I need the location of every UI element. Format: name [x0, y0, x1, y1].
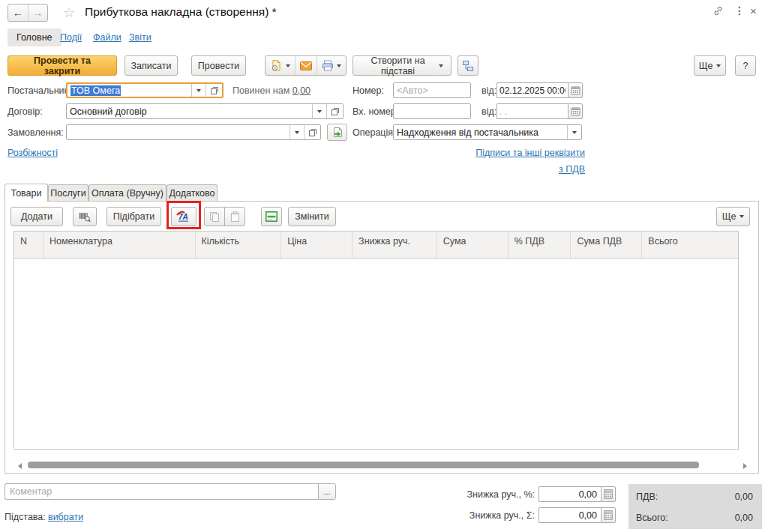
paste-row-button[interactable]	[224, 207, 245, 226]
operation-label: Операція:	[352, 127, 396, 138]
post-and-close-button[interactable]: Провести та закрити	[8, 55, 117, 76]
column-header-vat-sum[interactable]: Сума ПДВ	[571, 232, 642, 258]
order-dropdown-button[interactable]	[290, 125, 304, 139]
order-open-button[interactable]	[304, 125, 320, 139]
more-button[interactable]: Ще	[694, 55, 726, 76]
signatures-link[interactable]: Підписи та інші реквізити	[476, 148, 585, 158]
in-date-input[interactable]	[496, 103, 568, 119]
tab-payment[interactable]: Оплата (Вручну)	[88, 184, 166, 201]
open-in-list-icon	[331, 107, 340, 116]
attached-files-button[interactable]	[266, 56, 295, 75]
scroll-right-arrow[interactable]	[743, 463, 747, 469]
calculator-icon	[604, 510, 613, 520]
supplier-dropdown-button[interactable]	[191, 84, 206, 97]
discount-percent-group	[538, 486, 616, 502]
supplier-open-button[interactable]	[206, 84, 222, 97]
tab-goods[interactable]: Товари	[4, 184, 48, 202]
save-button[interactable]: Записати	[124, 55, 178, 76]
change-button[interactable]: Змінити	[288, 207, 336, 226]
favorite-star-icon[interactable]: ☆	[63, 4, 75, 21]
chevron-down-icon	[572, 131, 577, 134]
column-header-n[interactable]: N	[14, 232, 44, 258]
operation-value: Надходження від постачальника	[394, 125, 567, 139]
get-link-icon[interactable]	[712, 5, 724, 19]
fill-table-button[interactable]	[261, 207, 282, 226]
kebab-menu-icon[interactable]: ⋮	[734, 4, 745, 16]
debt-value-link[interactable]: 0,00	[292, 85, 310, 96]
table-more-button[interactable]: Ще	[716, 207, 750, 226]
comment-more-button[interactable]: ...	[318, 483, 336, 500]
column-header-nomenclature[interactable]: Номенклатура	[44, 232, 196, 258]
send-email-button[interactable]	[295, 56, 316, 75]
create-based-on-button[interactable]: Створити на підставі	[352, 55, 452, 76]
create-based-on-label: Створити на підставі	[361, 55, 435, 76]
in-number-input[interactable]	[393, 103, 471, 119]
supplier-label: Постачальник:	[8, 85, 71, 96]
contract-field[interactable]: Основний договір	[66, 103, 344, 119]
vat-mode-link[interactable]: з ПДВ	[559, 164, 585, 175]
chevron-down-icon	[286, 64, 290, 67]
print-button[interactable]	[316, 56, 346, 75]
column-header-manual-discount[interactable]: Знижка руч.	[352, 232, 437, 258]
discount-sum-input[interactable]	[538, 507, 601, 523]
column-header-vat-percent[interactable]: % ПДВ	[508, 232, 572, 258]
column-header-quantity[interactable]: Кількість	[196, 232, 282, 258]
comment-field-group: ...	[4, 483, 336, 500]
operation-field[interactable]: Надходження від постачальника	[393, 124, 582, 140]
copy-row-button[interactable]	[204, 207, 225, 226]
contract-value: Основний договір	[67, 104, 312, 118]
table-more-label: Ще	[722, 211, 736, 222]
nav-item-reports[interactable]: Звіти	[129, 32, 152, 43]
calendar-icon	[571, 85, 580, 95]
debt-label: Повинен нам	[232, 85, 290, 96]
order-field[interactable]	[66, 124, 321, 140]
vat-total-value: 0,00	[735, 492, 753, 502]
scrollbar-thumb[interactable]	[28, 462, 699, 468]
document-structure-button[interactable]	[458, 55, 478, 76]
vat-total-label: ПДВ:	[636, 492, 658, 502]
date-input[interactable]	[496, 82, 568, 98]
back-button[interactable]: ←	[8, 4, 28, 21]
price-service-button[interactable]: 7А	[171, 207, 196, 226]
pick-items-button[interactable]: Підібрати	[106, 207, 161, 226]
order-label: Замовлення:	[8, 127, 64, 138]
invoice-window: ← → ☆ Прибуткова накладна (створення) * …	[0, 0, 768, 532]
basis-select-link[interactable]: вибрати	[48, 512, 83, 522]
nav-item-files[interactable]: Файли	[93, 32, 122, 43]
nav-item-events[interactable]: Події	[60, 32, 82, 43]
table-body-empty[interactable]	[14, 259, 738, 449]
tab-services[interactable]: Послуги	[48, 184, 88, 201]
date-calendar-button[interactable]	[568, 82, 583, 98]
discrepancies-link[interactable]: Розбіжності	[8, 148, 58, 158]
comment-input[interactable]	[4, 483, 318, 500]
column-header-total[interactable]: Всього	[642, 232, 738, 258]
in-date-calendar-button[interactable]	[568, 103, 583, 119]
discount-percent-input[interactable]	[538, 486, 601, 502]
grand-total-label: Всього:	[636, 513, 668, 523]
contract-open-button[interactable]	[326, 104, 343, 118]
operation-dropdown-button[interactable]	[567, 125, 581, 139]
nav-item-main[interactable]: Головне	[8, 28, 62, 46]
supplier-field[interactable]: ТОВ Омега	[66, 82, 224, 98]
add-row-button[interactable]: Додати	[10, 207, 63, 226]
close-icon[interactable]: ×	[750, 4, 757, 17]
column-header-sum[interactable]: Сума	[437, 232, 508, 258]
forward-button[interactable]: →	[28, 4, 48, 21]
tab-additional[interactable]: Додатково	[166, 184, 218, 201]
envelope-icon	[300, 61, 312, 70]
in-date-label: від:	[482, 106, 496, 117]
post-button[interactable]: Провести	[191, 55, 246, 76]
number-label: Номер:	[352, 85, 384, 96]
number-input[interactable]	[393, 82, 471, 98]
help-button[interactable]: ?	[735, 55, 756, 76]
create-from-order-button[interactable]	[327, 124, 347, 141]
discount-sum-calc-button[interactable]	[601, 507, 616, 523]
discount-percent-calc-button[interactable]	[601, 486, 616, 502]
barcode-search-button[interactable]	[73, 207, 97, 226]
column-header-price[interactable]: Ціна	[281, 232, 352, 258]
scroll-left-arrow[interactable]	[18, 463, 22, 469]
discount-sum-group	[538, 507, 616, 523]
more-label: Ще	[699, 61, 713, 71]
contract-dropdown-button[interactable]	[312, 104, 326, 118]
order-value	[67, 125, 290, 139]
